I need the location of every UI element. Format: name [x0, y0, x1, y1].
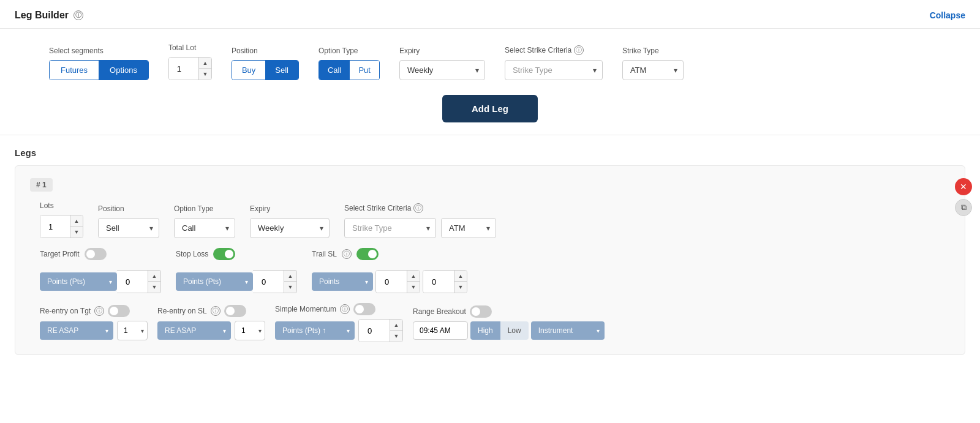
page: Leg Builder ⓘ Collapse Select segments F…: [0, 0, 980, 423]
leg-1-lots-input[interactable]: [40, 215, 70, 238]
leg-1-reentry-sl-info-icon[interactable]: ⓘ: [211, 306, 221, 316]
leg-1-range-breakout-label-row: Range Breakout: [413, 305, 605, 318]
total-lot-decrement[interactable]: ▼: [199, 69, 211, 80]
select-segments-label: Select segments: [49, 47, 149, 55]
total-lot-increment[interactable]: ▲: [199, 58, 211, 69]
leg-1-simple-momentum-group: Simple Momentum ⓘ Points (Pts) ↑: [275, 303, 403, 342]
leg-1-reentry-tgt-toggle[interactable]: [108, 305, 130, 317]
leg-1-time-input[interactable]: [413, 321, 468, 340]
total-lot-input[interactable]: [169, 58, 198, 80]
leg-1-trail-value2-input[interactable]: [423, 271, 454, 293]
leg-1-trail-decrement1[interactable]: ▼: [407, 282, 420, 293]
leg-1-trail-value1-input[interactable]: [376, 271, 407, 293]
leg-1-sl-decrement[interactable]: ▼: [284, 282, 296, 293]
leg-1-sl-increment[interactable]: ▲: [284, 271, 296, 282]
atm-select-wrap: ATM ITM OTM ▾: [622, 60, 684, 80]
leg-1-lots-increment[interactable]: ▲: [70, 215, 83, 226]
leg-1-inner: Lots ▲ ▼ Position: [30, 201, 950, 342]
leg-1-trail-decrement2[interactable]: ▼: [454, 282, 467, 293]
leg-1-reentry-sl-toggle[interactable]: [224, 305, 246, 317]
leg-1-simple-momentum-label-row: Simple Momentum ⓘ: [275, 303, 403, 315]
leg-1-lots-group: Lots ▲ ▼: [40, 201, 83, 238]
collapse-button[interactable]: Collapse: [930, 10, 965, 20]
leg-1-momentum-pts-select[interactable]: Points (Pts) ↑ Points (Pts) ↓: [275, 321, 355, 340]
add-leg-row: Add Leg: [49, 95, 931, 122]
leg-1-reentry-tgt-slider: [108, 305, 130, 317]
leg-1-trail-pts-select[interactable]: Points: [312, 272, 373, 291]
leg-1-high-button[interactable]: High: [470, 321, 500, 340]
leg-1-sl-pts-wrap: Points (Pts) Percentage (%) ▾: [176, 270, 253, 293]
leg-1-target-pts-select[interactable]: Points (Pts) Percentage (%): [40, 272, 117, 291]
leg-1-sl-value-input[interactable]: [253, 271, 284, 293]
total-lot-group: Total Lot ▲ ▼: [168, 43, 212, 80]
segment-futures[interactable]: Futures: [50, 61, 99, 80]
leg-1-trail-sl-label: Trail SL: [312, 250, 337, 258]
position-sell[interactable]: Sell: [265, 61, 298, 80]
leg-1-copy-button[interactable]: ⧉: [955, 199, 972, 216]
leg-1-top-row: Lots ▲ ▼ Position: [40, 201, 940, 238]
leg-1-range-breakout-toggle[interactable]: [470, 305, 492, 318]
leg-1-actions: ✕ ⧉: [955, 178, 972, 216]
leg-1-simple-momentum-toggle[interactable]: [353, 303, 375, 315]
leg-1-trail-increment1[interactable]: ▲: [407, 271, 420, 282]
leg-1-position-select[interactable]: Sell Buy: [98, 218, 159, 238]
strike-criteria-info-icon[interactable]: ⓘ: [574, 45, 584, 55]
option-type-call[interactable]: Call: [319, 61, 350, 80]
leg-1-reentry-sl-group: Re-entry on SL ⓘ RE ASAP: [157, 305, 265, 340]
leg-1-trail-sl-toggle[interactable]: [356, 248, 379, 260]
segment-options[interactable]: Options: [99, 61, 148, 80]
leg-1-reentry-tgt-label: Re-entry on Tgt: [40, 307, 91, 315]
leg-1-momentum-increment[interactable]: ▲: [390, 320, 402, 331]
leg-1-atm-select[interactable]: ATM ITM OTM: [441, 218, 496, 238]
leg-1-target-decrement[interactable]: ▼: [148, 282, 160, 293]
leg-1-close-button[interactable]: ✕: [955, 178, 972, 195]
leg-1-strike-criteria-group: Select Strike Criteria ⓘ Strike Type ▾: [344, 203, 496, 238]
leg-1-trail-sl-info-icon[interactable]: ⓘ: [342, 249, 352, 259]
leg-1-count-tgt-select[interactable]: 1 2 3: [117, 321, 148, 340]
leg-1-strike-type-select[interactable]: Strike Type: [344, 218, 436, 238]
leg-1-re-asap-tgt-select[interactable]: RE ASAP: [40, 321, 113, 340]
leg-1-reentry-tgt-info-icon[interactable]: ⓘ: [94, 306, 104, 316]
leg-1: # 1 Lots ▲ ▼: [15, 165, 965, 355]
leg-1-trail-pts-wrap: Points ▾: [312, 270, 373, 293]
leg-1-momentum-decrement[interactable]: ▼: [390, 331, 402, 342]
leg-1-target-value-input[interactable]: [117, 271, 148, 293]
leg-1-lots-label: Lots: [40, 201, 83, 210]
expiry-group: Expiry Weekly Monthly ▾: [399, 47, 485, 80]
leg-1-option-type-group: Option Type Call Put ▾: [174, 204, 235, 238]
leg-1-stop-loss-toggle[interactable]: [213, 248, 235, 260]
leg-1-lots-decrement[interactable]: ▼: [70, 226, 83, 238]
leg-1-strike-criteria-info-icon[interactable]: ⓘ: [413, 203, 423, 213]
leg-1-bottom-row: Re-entry on Tgt ⓘ RE ASAP: [40, 303, 940, 342]
atm-select[interactable]: ATM ITM OTM: [622, 60, 684, 80]
leg-1-trail-increment2[interactable]: ▲: [454, 271, 467, 282]
header-info-icon[interactable]: ⓘ: [74, 10, 83, 20]
leg-1-sl-pts-select[interactable]: Points (Pts) Percentage (%): [176, 272, 253, 291]
segment-toggle: Futures Options: [49, 60, 149, 80]
option-type-put[interactable]: Put: [350, 61, 379, 80]
leg-1-option-type-select[interactable]: Call Put: [174, 218, 235, 238]
leg-1-target-profit-toggle[interactable]: [85, 248, 107, 260]
leg-1-trail-spinner1: ▲ ▼: [407, 271, 420, 293]
position-group: Position Buy Sell: [232, 47, 299, 80]
strike-type-select[interactable]: Strike Type: [505, 60, 603, 80]
leg-1-low-button[interactable]: Low: [500, 321, 529, 340]
select-segments-group: Select segments Futures Options: [49, 47, 149, 80]
leg-1-target-increment[interactable]: ▲: [148, 271, 160, 282]
leg-1-momentum-value-input[interactable]: [359, 320, 390, 342]
leg-1-strike-criteria-selects: Strike Type ▾ ATM ITM OTM ▾: [344, 218, 496, 238]
leg-1-trail-sl-group: Trail SL ⓘ Points: [312, 248, 467, 293]
position-buy[interactable]: Buy: [232, 61, 265, 80]
leg-1-re-asap-sl-select[interactable]: RE ASAP: [157, 321, 231, 340]
leg-1-option-type-label: Option Type: [174, 204, 235, 213]
leg-1-expiry-select[interactable]: Weekly Monthly: [250, 218, 330, 238]
expiry-select[interactable]: Weekly Monthly: [399, 60, 485, 80]
builder-row: Select segments Futures Options Total Lo…: [49, 43, 931, 80]
leg-1-simple-momentum-info-icon[interactable]: ⓘ: [340, 304, 350, 314]
leg-1-instrument-select[interactable]: Instrument: [531, 321, 605, 340]
leg-1-strike-criteria-label: Select Strike Criteria: [344, 204, 411, 212]
leg-1-count-sl-select[interactable]: 1 2 3: [235, 321, 265, 340]
add-leg-button[interactable]: Add Leg: [442, 95, 538, 122]
strike-type-label: Strike Type: [622, 47, 684, 55]
leg-1-range-breakout-label: Range Breakout: [413, 307, 466, 316]
